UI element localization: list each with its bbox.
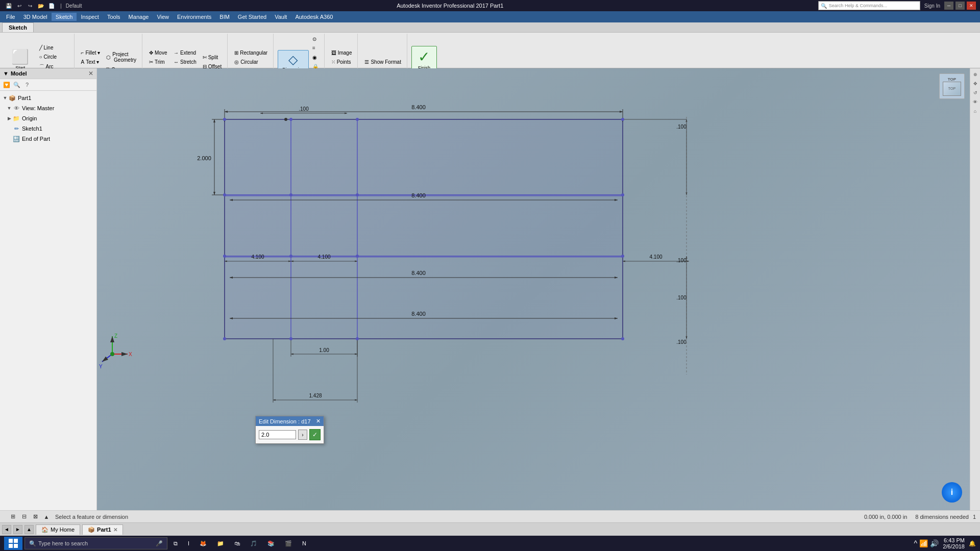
firefox-btn[interactable]: 🦊 bbox=[195, 537, 211, 550]
origin-icon: 📁 bbox=[12, 114, 20, 122]
new-btn[interactable]: 📄 bbox=[47, 2, 56, 10]
look-tool[interactable]: 👁 bbox=[971, 98, 979, 106]
part1-tab-close[interactable]: ✕ bbox=[113, 527, 117, 533]
svg-rect-73 bbox=[14, 539, 18, 543]
menu-getstarted[interactable]: Get Started bbox=[234, 13, 271, 21]
colinear-btn[interactable]: = bbox=[310, 44, 321, 53]
menu-autodeska360[interactable]: Autodesk A360 bbox=[291, 13, 337, 21]
maximize-btn[interactable]: □ bbox=[955, 2, 965, 10]
part1-icon: 📦 bbox=[88, 527, 95, 533]
netflix-btn[interactable]: N bbox=[298, 537, 310, 550]
tab-nav-left[interactable]: ◄ bbox=[2, 525, 11, 534]
nav-cube-face[interactable]: TOP bbox=[943, 82, 961, 96]
menu-sketch[interactable]: Sketch bbox=[52, 13, 77, 21]
close-btn[interactable]: ✕ bbox=[967, 2, 976, 10]
tree-item-part1[interactable]: ▼ 📦 Part1 bbox=[0, 93, 96, 103]
menu-3dmodel[interactable]: 3D Model bbox=[19, 13, 52, 21]
inventor-taskbar-btn[interactable]: I bbox=[184, 537, 193, 550]
network-icon[interactable]: 📶 bbox=[919, 539, 928, 547]
inventor-logo[interactable]: i bbox=[942, 482, 962, 503]
home-tool[interactable]: ⌂ bbox=[971, 107, 979, 115]
clock-display[interactable]: 6:43 PM 2/6/2018 bbox=[943, 537, 965, 549]
image-btn[interactable]: 🖼 Image bbox=[329, 48, 355, 57]
zoom-tool[interactable]: ⊕ bbox=[971, 70, 979, 79]
dim-expand-btn[interactable]: › bbox=[298, 430, 307, 440]
tree-item-view-master[interactable]: ▼ 👁 View: Master bbox=[0, 103, 96, 113]
tab-my-home[interactable]: 🏠 My Home bbox=[36, 524, 80, 535]
text-btn[interactable]: A Text ▾ bbox=[79, 58, 103, 66]
line-btn[interactable]: ╱ Line bbox=[37, 43, 71, 52]
fillet-btn[interactable]: ⌐ Fillet ▾ bbox=[79, 48, 103, 57]
date-display: 2/6/2018 bbox=[943, 543, 965, 549]
menu-inspect[interactable]: Inspect bbox=[77, 13, 103, 21]
expand-view[interactable]: ▼ bbox=[6, 106, 12, 111]
tab-nav-up[interactable]: ▲ bbox=[24, 525, 34, 534]
orbit-tool[interactable]: ↺ bbox=[971, 89, 979, 97]
tree-item-end-of-part[interactable]: 🔚 End of Part bbox=[0, 134, 96, 144]
panel-close-btn[interactable]: ✕ bbox=[88, 70, 93, 77]
edit-dim-close-btn[interactable]: ✕ bbox=[316, 418, 321, 424]
app1-btn[interactable]: 📚 bbox=[263, 537, 279, 550]
help-tool[interactable]: ? bbox=[22, 80, 32, 89]
menu-view[interactable]: View bbox=[153, 13, 173, 21]
view-master-icon: 👁 bbox=[12, 104, 20, 112]
explorer-btn[interactable]: 📁 bbox=[213, 537, 228, 550]
menu-manage[interactable]: Manage bbox=[125, 13, 153, 21]
menu-tools[interactable]: Tools bbox=[103, 13, 125, 21]
extend-btn[interactable]: → Extend bbox=[171, 48, 199, 57]
circle-btn[interactable]: ○ Circle bbox=[37, 53, 71, 61]
svg-text:2.000: 2.000 bbox=[197, 155, 211, 161]
menu-file[interactable]: File bbox=[2, 13, 19, 21]
dim-ok-btn[interactable]: ✓ bbox=[309, 429, 321, 440]
tree-item-sketch1[interactable]: ✏ Sketch1 bbox=[0, 123, 96, 134]
status-icon-2[interactable]: ⊟ bbox=[19, 512, 29, 521]
expand-origin[interactable]: ▶ bbox=[6, 116, 12, 121]
status-icon-3[interactable]: ⊠ bbox=[31, 512, 40, 521]
notification-btn[interactable]: 🔔 bbox=[969, 540, 976, 547]
taskbar-search[interactable]: 🔍 Type here to search 🎤 bbox=[24, 537, 167, 549]
open-btn[interactable]: 📂 bbox=[36, 2, 45, 10]
tab-nav-right[interactable]: ► bbox=[13, 525, 22, 534]
save-btn[interactable]: 💾 bbox=[4, 2, 13, 10]
dimension-icon: ◇ bbox=[288, 53, 298, 67]
tab-part1[interactable]: 📦 Part1 ✕ bbox=[82, 524, 123, 535]
move-btn[interactable]: ✥ Move bbox=[146, 48, 170, 57]
split-btn[interactable]: ✄ Split bbox=[200, 53, 225, 62]
points-btn[interactable]: ⁙ Points bbox=[329, 58, 355, 66]
status-icon-1[interactable]: ⊞ bbox=[8, 512, 17, 521]
rectangular-btn[interactable]: ⊞ Rectangular bbox=[232, 48, 270, 57]
concentric-btn[interactable]: ◉ bbox=[310, 53, 321, 62]
edit-dim-input[interactable] bbox=[259, 430, 296, 439]
tree-item-origin[interactable]: ▶ 📁 Origin bbox=[0, 113, 96, 123]
nav-cube[interactable]: TOP TOP bbox=[939, 73, 965, 99]
start-button[interactable] bbox=[4, 537, 22, 550]
ribbon-tab-sketch[interactable]: Sketch bbox=[2, 22, 34, 32]
undo-btn[interactable]: ↩ bbox=[15, 2, 24, 10]
menu-vault[interactable]: Vault bbox=[271, 13, 291, 21]
search-tool[interactable]: 🔍 bbox=[12, 80, 21, 89]
spotify-btn[interactable]: 🎵 bbox=[246, 537, 261, 550]
menu-environments[interactable]: Environments bbox=[173, 13, 215, 21]
show-format-btn[interactable]: ☰ Show Format bbox=[362, 58, 403, 66]
canvas-area[interactable]: 8.400 8.400 8.400 8.400 2.000 4.100 4.10… bbox=[97, 68, 970, 510]
store-btn[interactable]: 🛍 bbox=[230, 537, 244, 550]
tray-expand-icon[interactable]: ^ bbox=[914, 539, 918, 547]
sign-in-btn[interactable]: Sign In bbox=[924, 3, 940, 9]
menu-bim[interactable]: BIM bbox=[215, 13, 234, 21]
expand-part1[interactable]: ▼ bbox=[2, 95, 8, 101]
status-icon-4[interactable]: ▲ bbox=[42, 512, 51, 521]
help-search[interactable]: 🔍 Search Help & Commands... bbox=[818, 1, 920, 10]
coincident-btn[interactable]: ⊙ bbox=[310, 35, 321, 43]
volume-icon[interactable]: 🔊 bbox=[930, 539, 939, 547]
taskview-btn[interactable]: ⧉ bbox=[169, 537, 182, 550]
search-placeholder: Type here to search bbox=[38, 540, 88, 546]
redo-btn[interactable]: ↪ bbox=[26, 2, 35, 10]
pan-tool[interactable]: ✥ bbox=[971, 80, 979, 88]
minimize-btn[interactable]: ─ bbox=[944, 2, 953, 10]
trim-btn[interactable]: ✂ Trim bbox=[146, 58, 170, 66]
filter-tool[interactable]: 🔽 bbox=[2, 80, 11, 89]
project-geometry-btn[interactable]: ⬡ Project Geometry bbox=[104, 50, 139, 64]
stretch-btn[interactable]: ↔ Stretch bbox=[171, 58, 199, 66]
circular-btn[interactable]: ◎ Circular bbox=[232, 58, 270, 66]
app2-btn[interactable]: 🎬 bbox=[281, 537, 296, 550]
